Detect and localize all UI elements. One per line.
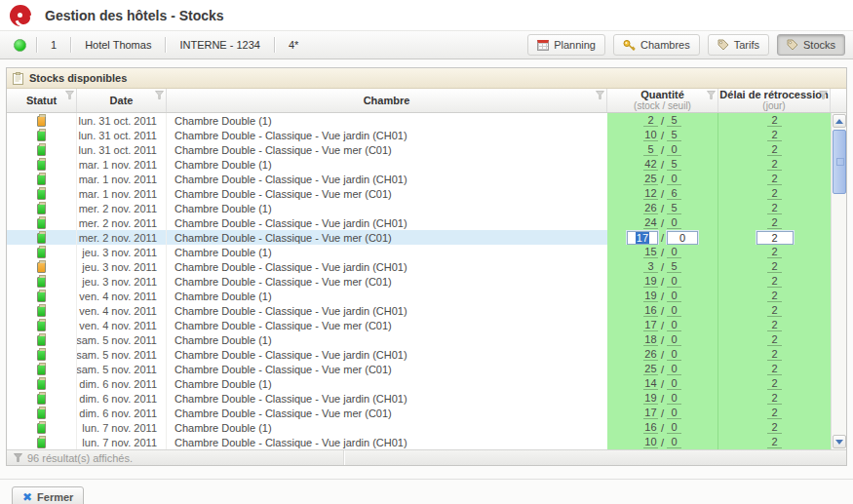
quantity-cell[interactable]: 16/0 bbox=[607, 420, 718, 435]
stock-value[interactable]: 14 bbox=[643, 378, 658, 390]
seuil-value[interactable]: 0 bbox=[667, 378, 681, 390]
delai-cell[interactable]: 2 bbox=[718, 113, 831, 128]
delai-cell[interactable]: 2 bbox=[718, 435, 831, 449]
column-header-chambre[interactable]: Chambre bbox=[167, 89, 607, 112]
delai-value[interactable]: 2 bbox=[767, 407, 782, 419]
stock-value[interactable]: 16 bbox=[643, 305, 658, 317]
filter-icon[interactable] bbox=[707, 91, 716, 101]
seuil-value[interactable]: 5 bbox=[667, 261, 681, 273]
quantity-cell[interactable]: 25/0 bbox=[607, 362, 718, 376]
stock-value[interactable]: 26 bbox=[643, 203, 658, 214]
stock-value[interactable]: 17 bbox=[643, 320, 658, 331]
table-row[interactable]: lun. 7 nov. 2011 Chambre Double - Classi… bbox=[7, 435, 831, 449]
stock-value[interactable]: 18 bbox=[643, 334, 658, 346]
table-row[interactable]: ven. 4 nov. 2011 Chambre Double (1) 19/0… bbox=[7, 289, 831, 303]
stock-value[interactable]: 19 bbox=[643, 276, 658, 288]
delai-value[interactable]: 2 bbox=[767, 437, 782, 448]
stock-value[interactable]: 3 bbox=[643, 261, 658, 273]
seuil-value[interactable]: 0 bbox=[667, 276, 681, 288]
delai-value[interactable]: 2 bbox=[767, 217, 782, 229]
delai-value[interactable]: 2 bbox=[767, 276, 782, 288]
scrollbar-thumb[interactable] bbox=[833, 130, 846, 194]
delai-cell[interactable]: 2 bbox=[718, 420, 831, 435]
seuil-value[interactable]: 0 bbox=[667, 364, 681, 375]
quantity-cell[interactable]: 17/0 bbox=[607, 406, 718, 420]
tarifs-button[interactable]: Tarifs bbox=[708, 34, 769, 56]
vertical-scrollbar[interactable] bbox=[831, 113, 846, 449]
delai-cell[interactable]: 2 bbox=[718, 128, 831, 142]
table-row[interactable]: sam. 5 nov. 2011 Chambre Double - Classi… bbox=[7, 362, 831, 376]
column-header-date[interactable]: Date bbox=[77, 89, 167, 112]
filter-icon[interactable] bbox=[596, 91, 604, 101]
delai-cell[interactable]: 2 bbox=[718, 303, 831, 318]
table-row[interactable]: mer. 2 nov. 2011 Chambre Double - Classi… bbox=[7, 230, 831, 245]
table-row[interactable]: lun. 7 nov. 2011 Chambre Double (1) 16/0… bbox=[7, 420, 831, 435]
delai-value[interactable]: 2 bbox=[767, 378, 782, 390]
delai-value[interactable]: 2 bbox=[767, 261, 782, 273]
table-row[interactable]: jeu. 3 nov. 2011 Chambre Double (1) 15/0… bbox=[7, 245, 831, 259]
delai-value[interactable]: 2 bbox=[767, 188, 782, 200]
delai-value[interactable]: 2 bbox=[767, 334, 782, 346]
table-row[interactable]: ven. 4 nov. 2011 Chambre Double - Classi… bbox=[7, 318, 831, 332]
seuil-value[interactable]: 0 bbox=[667, 217, 681, 229]
quantity-cell[interactable]: 2/5 bbox=[607, 113, 718, 128]
chambres-button[interactable]: Chambres bbox=[613, 34, 700, 56]
quantity-cell[interactable]: 19/0 bbox=[607, 289, 718, 303]
seuil-value[interactable]: 0 bbox=[667, 422, 681, 434]
seuil-value[interactable]: 0 bbox=[667, 349, 681, 361]
delai-cell[interactable]: 2 bbox=[718, 245, 831, 259]
quantity-cell[interactable]: 26/0 bbox=[607, 347, 718, 362]
delai-cell[interactable]: 2 bbox=[718, 347, 831, 362]
delai-cell[interactable]: 2 bbox=[718, 230, 831, 245]
quantity-cell[interactable]: 18/0 bbox=[607, 332, 718, 347]
table-row[interactable]: dim. 6 nov. 2011 Chambre Double - Classi… bbox=[7, 406, 831, 420]
table-row[interactable]: mar. 1 nov. 2011 Chambre Double - Classi… bbox=[7, 186, 831, 201]
quantity-cell[interactable]: 14/0 bbox=[607, 376, 718, 391]
stock-value[interactable]: 12 bbox=[643, 188, 658, 200]
seuil-value[interactable]: 5 bbox=[667, 115, 681, 127]
filter-icon[interactable] bbox=[65, 91, 74, 101]
seuil-value[interactable]: 0 bbox=[667, 437, 681, 448]
table-row[interactable]: mer. 2 nov. 2011 Chambre Double (1) 26/5… bbox=[7, 201, 831, 215]
seuil-value[interactable]: 0 bbox=[667, 174, 681, 185]
table-row[interactable]: mar. 1 nov. 2011 Chambre Double (1) 42/5… bbox=[7, 157, 831, 172]
table-row[interactable]: sam. 5 nov. 2011 Chambre Double (1) 18/0… bbox=[7, 332, 831, 347]
stock-value[interactable]: 10 bbox=[643, 437, 658, 448]
scroll-down-button[interactable] bbox=[833, 435, 846, 448]
quantity-cell[interactable]: 19/0 bbox=[607, 274, 718, 289]
quantity-cell[interactable]: 17/0 bbox=[607, 318, 718, 332]
delai-cell[interactable]: 2 bbox=[718, 376, 831, 391]
delai-value[interactable]: 2 bbox=[767, 422, 782, 434]
table-row[interactable]: jeu. 3 nov. 2011 Chambre Double - Classi… bbox=[7, 274, 831, 289]
delai-value[interactable]: 2 bbox=[767, 364, 782, 375]
stock-value[interactable]: 25 bbox=[643, 364, 658, 375]
seuil-value[interactable]: 0 bbox=[667, 144, 681, 156]
seuil-input[interactable]: 0 bbox=[667, 231, 698, 245]
delai-value[interactable]: 2 bbox=[767, 115, 782, 127]
delai-value[interactable]: 2 bbox=[767, 130, 782, 141]
seuil-value[interactable]: 5 bbox=[667, 130, 681, 141]
delai-cell[interactable]: 2 bbox=[718, 406, 831, 420]
seuil-value[interactable]: 5 bbox=[667, 203, 681, 214]
quantity-cell[interactable]: 3/5 bbox=[607, 259, 718, 274]
delai-value[interactable]: 2 bbox=[767, 159, 782, 171]
table-row[interactable]: lun. 31 oct. 2011 Chambre Double - Class… bbox=[7, 128, 831, 142]
filter-icon[interactable] bbox=[155, 91, 164, 101]
delai-cell[interactable]: 2 bbox=[718, 172, 831, 186]
seuil-value[interactable]: 0 bbox=[667, 305, 681, 317]
seuil-value[interactable]: 0 bbox=[667, 247, 681, 258]
stock-value[interactable]: 19 bbox=[643, 291, 658, 302]
delai-value[interactable]: 2 bbox=[767, 291, 782, 302]
delai-cell[interactable]: 2 bbox=[718, 274, 831, 289]
seuil-value[interactable]: 0 bbox=[667, 334, 681, 346]
quantity-cell[interactable]: 26/5 bbox=[607, 201, 718, 215]
scroll-up-button[interactable] bbox=[833, 114, 846, 128]
close-button[interactable]: ✖ Fermer bbox=[12, 486, 84, 504]
quantity-cell[interactable]: 5/0 bbox=[607, 142, 718, 157]
delai-cell[interactable]: 2 bbox=[718, 332, 831, 347]
quantity-cell[interactable]: 19/0 bbox=[607, 391, 718, 406]
quantity-cell[interactable]: 10/0 bbox=[607, 435, 718, 449]
seuil-value[interactable]: 0 bbox=[667, 320, 681, 331]
delai-value[interactable]: 2 bbox=[767, 203, 782, 214]
delai-value[interactable]: 2 bbox=[767, 305, 782, 317]
